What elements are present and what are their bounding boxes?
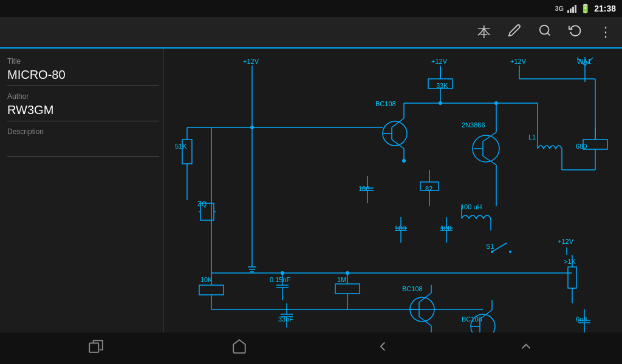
undo-icon[interactable] — [569, 24, 582, 41]
svg-point-152 — [281, 271, 284, 275]
svg-point-77 — [491, 251, 493, 253]
svg-text:6n8: 6n8 — [576, 315, 587, 323]
pen-icon[interactable] — [508, 24, 521, 41]
network-type: 3G — [555, 5, 564, 12]
recent-apps-icon[interactable] — [88, 339, 104, 358]
svg-text:+12V: +12V — [558, 238, 574, 245]
svg-point-149 — [250, 126, 254, 129]
svg-point-148 — [494, 101, 498, 105]
svg-text:51K: 51K — [175, 143, 187, 150]
more-icon[interactable]: ⋮ — [599, 24, 612, 40]
svg-text:+12V: +12V — [510, 58, 527, 65]
svg-text:+12V: +12V — [243, 58, 259, 65]
title-value: MICRO-80 — [7, 68, 159, 86]
svg-point-0 — [540, 25, 549, 35]
circuit-diagram: .wire { stroke: #00aaff; stroke-width: 1… — [164, 49, 622, 332]
description-value — [7, 138, 159, 157]
svg-rect-153 — [89, 343, 98, 352]
svg-text:S1: S1 — [486, 243, 494, 250]
svg-rect-2 — [164, 49, 622, 332]
svg-text:>1K: >1K — [564, 258, 576, 265]
svg-point-150 — [402, 159, 406, 163]
svg-text:2N3866: 2N3866 — [462, 121, 485, 129]
home-icon[interactable] — [231, 339, 247, 358]
title-label: Title — [7, 57, 156, 66]
svg-text:680: 680 — [576, 143, 587, 150]
svg-text:33K: 33K — [436, 82, 448, 89]
search-icon[interactable] — [538, 24, 552, 41]
book-icon[interactable]: 本 — [477, 23, 491, 41]
svg-point-78 — [509, 251, 511, 253]
bottom-nav-bar — [0, 332, 622, 364]
left-panel: Title MICRO-80 Author RW3GM Description — [0, 49, 164, 364]
svg-point-151 — [346, 271, 349, 275]
svg-text:ZQ: ZQ — [197, 200, 207, 207]
svg-text:0.15nF: 0.15nF — [270, 276, 291, 283]
svg-point-147 — [439, 101, 442, 105]
svg-text:1M: 1M — [337, 276, 346, 283]
svg-text:10K: 10K — [200, 276, 213, 283]
svg-text:+12V: +12V — [431, 58, 448, 65]
circuit-area[interactable]: .wire { stroke: #00aaff; stroke-width: 1… — [164, 49, 622, 332]
svg-line-1 — [547, 33, 550, 35]
back-icon[interactable] — [375, 339, 391, 358]
svg-text:BC108: BC108 — [375, 100, 396, 107]
svg-text:BC108: BC108 — [402, 285, 423, 292]
signal-icon — [567, 4, 576, 13]
status-bar: 3G 🔋 21:38 — [0, 0, 622, 17]
battery-icon: 🔋 — [580, 4, 590, 13]
status-time: 21:38 — [594, 4, 616, 13]
author-label: Author — [7, 92, 156, 101]
toolbar: 本 ⋮ — [0, 17, 622, 49]
svg-text:L1: L1 — [528, 133, 536, 141]
author-value: RW3GM — [7, 103, 159, 121]
description-label: Description — [7, 127, 156, 136]
svg-text:82: 82 — [425, 185, 432, 192]
scroll-up-icon[interactable] — [518, 339, 534, 358]
svg-text:100 uH: 100 uH — [460, 203, 482, 211]
